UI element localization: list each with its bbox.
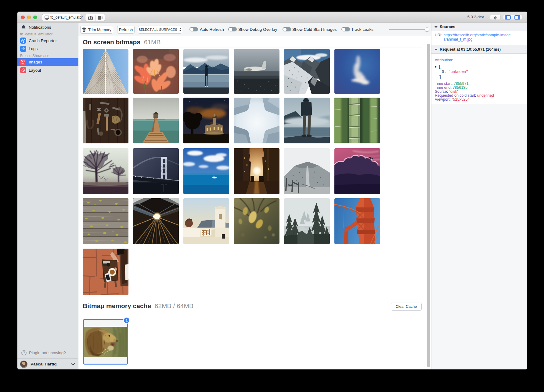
- svg-text:?: ?: [23, 351, 25, 354]
